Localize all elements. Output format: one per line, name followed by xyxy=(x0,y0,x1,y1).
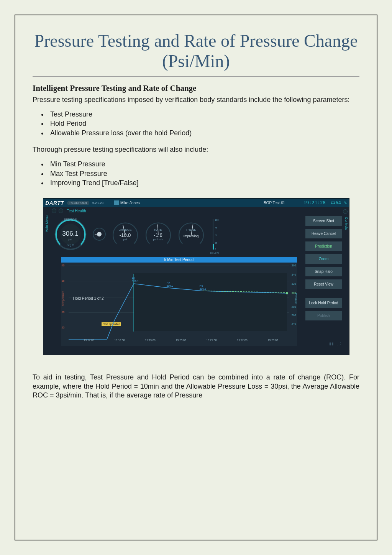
controls-tab[interactable]: Controls xyxy=(344,217,348,230)
gauge-sub: deg C xyxy=(53,244,88,246)
list-item: Max Test Pressure xyxy=(48,169,359,178)
list-item: Improving Trend [True/False] xyxy=(48,178,359,187)
paragraph-intro-2: Thorough pressure testing specifications… xyxy=(33,145,359,154)
screenshot-button[interactable]: Screen Shot xyxy=(305,216,342,226)
tab-bar: Test Health xyxy=(43,207,349,215)
dial-knob-icon[interactable] xyxy=(92,227,107,242)
tick-label: 25 xyxy=(213,242,218,244)
x-tick: 19:19:00 xyxy=(145,339,156,342)
app-header: DARTT RECORDER 5.2.0.28 Mike Jones BOP T… xyxy=(43,199,349,207)
heave-cancel-button[interactable]: Heave Cancel xyxy=(305,229,342,238)
battery-icon xyxy=(331,202,335,204)
x-tick: 19:17:00 xyxy=(84,339,94,342)
point-label: P1316.1 xyxy=(132,277,139,282)
chart-banner: 5 Min Test Period xyxy=(61,257,297,263)
test-name: BOP Test #1 xyxy=(264,201,285,205)
gauge-label: CHANGE xyxy=(111,228,140,232)
x-tick: 19:18:00 xyxy=(115,339,125,342)
gauge-label: TREND xyxy=(177,228,206,232)
x-tick: 19:21:00 xyxy=(207,339,217,342)
prediction-button[interactable]: Prediction xyxy=(305,241,342,251)
change-gauge: CHANGE -10.0 psi xyxy=(111,220,140,250)
version-label: 5.2.0.28 xyxy=(92,201,103,205)
gauge-label: RATE xyxy=(144,228,173,232)
svg-point-9 xyxy=(286,292,288,294)
pressure-chart: 5 Min Test Period 40 35 30 25 360 340 32… xyxy=(61,257,297,346)
paragraph-body: To aid in testing, Test Pressure and Hol… xyxy=(33,373,359,400)
tab-toggle-icon[interactable] xyxy=(59,209,63,213)
x-tick: 19:23:00 xyxy=(268,339,278,342)
avatar-icon xyxy=(114,200,119,205)
rate-gauge: RATE -1.6 psi / min xyxy=(144,220,173,250)
gauge-row: SENSOR 306.1 psi deg C CHANGE xyxy=(53,217,264,251)
hold-label: HOLD % xyxy=(210,252,220,254)
tick-label: 75 xyxy=(213,227,218,229)
hold-scale: 100 75 50 25 0 HOLD % xyxy=(213,219,220,250)
list-item: Allowable Pressure loss (over the hold P… xyxy=(48,128,359,138)
list-item: Min Test Pressure xyxy=(48,159,359,169)
battery-label: 64 % xyxy=(331,200,347,205)
list-item: Test Pressure xyxy=(48,110,359,119)
gauge-value: -1.6 xyxy=(144,232,173,238)
gauge-unit: psi xyxy=(53,238,88,241)
bottom-icon-row: ▮▮ ⛶ xyxy=(329,342,341,346)
zoom-button[interactable]: Zoom xyxy=(305,254,342,264)
gauge-value: 306.1 xyxy=(53,230,88,238)
app-logo: DARTT xyxy=(46,200,64,206)
expand-icon[interactable]: ⛶ xyxy=(337,342,341,346)
parameter-list-1: Test Pressure Hold Period Allowable Pres… xyxy=(48,110,359,138)
point-label: P3306.1 xyxy=(200,285,207,290)
paragraph-intro: Pressure testing specifications imposed … xyxy=(33,95,359,104)
tab-toggle-icon[interactable] xyxy=(52,209,56,213)
sensor-gauge: SENSOR 306.1 psi deg C xyxy=(53,217,88,251)
app-screenshot: DARTT RECORDER 5.2.0.28 Mike Jones BOP T… xyxy=(43,198,349,355)
document-title: Pressure Testing and Rate of Pressure Ch… xyxy=(33,31,359,77)
user-name: Mike Jones xyxy=(120,201,140,205)
list-item: Hold Period xyxy=(48,119,359,128)
gauge-value: Improving xyxy=(177,234,206,238)
lock-hold-button[interactable]: Lock Hold Period xyxy=(305,298,342,308)
x-tick: 19:22:00 xyxy=(237,339,248,342)
tick-label: 100 xyxy=(213,219,219,221)
gauge-value: -10.0 xyxy=(111,232,140,238)
trend-gauge: TREND Improving xyxy=(177,220,206,250)
reset-view-button[interactable]: Reset View xyxy=(305,279,342,289)
tick-label: 50 xyxy=(213,234,218,236)
point-label: P2309.0 xyxy=(167,282,174,287)
gauge-unit: psi / min xyxy=(144,238,173,241)
tick-label: 0 xyxy=(213,248,216,250)
controls-toggle-icon[interactable] xyxy=(343,209,348,214)
clock-label: 19:21:28 xyxy=(303,200,326,205)
parameter-list-2: Min Test Pressure Max Test Pressure Impr… xyxy=(48,159,359,187)
control-panel: Screen Shot Heave Cancel Prediction Zoom… xyxy=(305,216,342,320)
tab-testhealth[interactable]: Test Health xyxy=(67,209,86,213)
x-tick: 19:20:00 xyxy=(176,339,186,342)
section-heading: Intelligent Pressure Testing and Rate of… xyxy=(33,84,359,93)
gauge-unit: psi xyxy=(111,238,140,241)
snap-halo-button[interactable]: Snap Halo xyxy=(305,267,342,276)
gauge-label: SENSOR xyxy=(53,218,88,221)
publish-button[interactable]: Publish xyxy=(305,311,342,320)
pause-icon[interactable]: ▮▮ xyxy=(329,342,334,346)
main-menu-tab[interactable]: Main Menu xyxy=(45,215,49,233)
recorder-badge: RECORDER xyxy=(67,201,89,205)
